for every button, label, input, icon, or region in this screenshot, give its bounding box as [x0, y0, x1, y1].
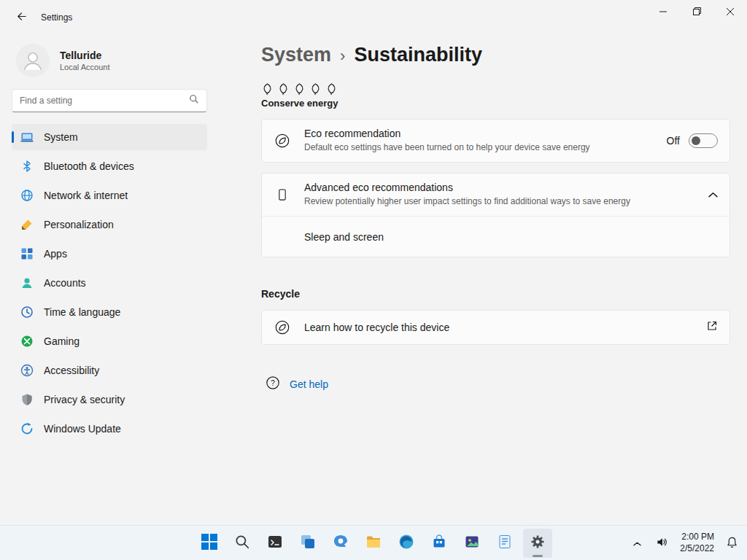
folder-icon	[365, 533, 382, 553]
privacy-icon	[20, 393, 34, 406]
account-name: Telluride	[60, 50, 110, 61]
recycle-card: Learn how to recycle this device	[261, 310, 730, 345]
notepad-button[interactable]	[490, 529, 519, 558]
sidebar-item-label: Apps	[44, 248, 67, 260]
network-icon	[20, 189, 34, 202]
file-explorer-button[interactable]	[359, 529, 388, 558]
window-title: Settings	[41, 12, 72, 23]
account-profile[interactable]: Telluride Local Account	[16, 44, 207, 77]
sidebar-item-accessibility[interactable]: Accessibility	[12, 357, 207, 384]
sidebar-item-accounts[interactable]: Accounts	[12, 270, 207, 296]
close-icon	[727, 7, 734, 18]
start-button[interactable]	[195, 529, 224, 558]
clock-time: 2:00 PM	[680, 532, 714, 543]
maximize-restore-button[interactable]	[680, 0, 713, 23]
main-content: System › Sustainability Conserve energy …	[261, 35, 730, 525]
avatar	[16, 44, 50, 77]
get-help-link[interactable]: Get help	[290, 378, 328, 390]
external-link-icon	[706, 320, 718, 335]
account-type: Local Account	[60, 63, 110, 71]
photos-button[interactable]	[457, 529, 487, 558]
document-icon	[496, 533, 514, 553]
settings-app-button[interactable]	[523, 529, 552, 558]
page-title: Sustainability	[354, 44, 482, 66]
store-button[interactable]	[425, 529, 454, 558]
leaf-icon	[309, 82, 322, 96]
sleep-and-screen-row[interactable]: Sleep and screen	[262, 216, 729, 257]
toggle-knob	[692, 136, 700, 145]
advanced-eco-card: Advanced eco recommendations Review pote…	[261, 173, 730, 257]
minimize-button[interactable]	[646, 0, 680, 23]
task-view-button[interactable]	[293, 529, 322, 558]
sidebar-item-label: Gaming	[44, 335, 80, 347]
back-arrow-icon	[16, 11, 27, 24]
eco-recommendation-description: Default eco settings have been turned on…	[304, 141, 590, 154]
gaming-icon	[20, 335, 34, 348]
recycle-link-label: Learn how to recycle this device	[304, 322, 699, 333]
sidebar-item-personalization[interactable]: Personalization	[12, 211, 207, 238]
sidebar-item-label: System	[44, 131, 78, 143]
sidebar-item-apps[interactable]: Apps	[12, 241, 207, 267]
search-box	[12, 89, 207, 112]
volume-button[interactable]	[653, 533, 671, 553]
close-button[interactable]	[713, 0, 747, 23]
settings-nav: System Bluetooth & devices Network & int…	[12, 124, 207, 442]
settings-sidebar: Telluride Local Account System Bluetooth…	[0, 35, 219, 525]
minimize-icon	[659, 7, 667, 18]
sidebar-item-windows-update[interactable]: Windows Update	[12, 416, 207, 442]
eco-recommendation-title: Eco recommendation	[304, 128, 659, 139]
window-controls	[646, 0, 747, 23]
device-screen-icon	[274, 187, 291, 203]
time-language-icon	[20, 306, 34, 319]
eco-globe-icon	[274, 133, 291, 149]
advanced-eco-description: Review potentially higher user impact se…	[304, 195, 701, 208]
taskbar-search-button[interactable]	[228, 529, 257, 558]
hidden-icons-button[interactable]	[630, 535, 644, 552]
edge-icon	[398, 533, 415, 553]
chat-button[interactable]	[326, 529, 355, 558]
system-tray: 2:00 PM 2/5/2022	[630, 526, 741, 560]
chevron-right-icon: ›	[340, 47, 345, 66]
speaker-icon	[656, 536, 668, 551]
windows-update-icon	[20, 422, 34, 435]
taskbar-terminal-button[interactable]	[260, 529, 290, 558]
eco-leaves-row	[261, 82, 730, 96]
apps-icon	[20, 247, 34, 260]
system-icon	[20, 131, 34, 144]
leaf-icon	[261, 82, 274, 96]
accounts-icon	[20, 276, 34, 289]
sidebar-item-label: Personalization	[44, 219, 114, 230]
svg-text:?: ?	[271, 379, 275, 387]
taskbar-center-icons	[195, 529, 552, 558]
sidebar-item-system[interactable]: System	[12, 124, 207, 150]
leaf-icon	[293, 82, 306, 96]
search-input[interactable]	[20, 96, 189, 106]
toggle-state-label: Off	[667, 135, 680, 147]
restore-icon	[693, 7, 701, 18]
edge-browser-button[interactable]	[392, 529, 421, 558]
sidebar-item-gaming[interactable]: Gaming	[12, 328, 207, 354]
taskbar: 2:00 PM 2/5/2022	[0, 525, 747, 560]
get-help-section: ? Get help	[266, 376, 730, 393]
help-icon: ?	[266, 376, 280, 393]
task-view-icon	[299, 533, 317, 553]
titlebar: Settings	[0, 0, 747, 35]
notifications-button[interactable]	[723, 533, 741, 553]
advanced-eco-header[interactable]: Advanced eco recommendations Review pote…	[262, 174, 729, 216]
sidebar-item-network-internet[interactable]: Network & internet	[12, 182, 207, 209]
sleep-and-screen-label: Sleep and screen	[304, 231, 384, 243]
advanced-eco-title: Advanced eco recommendations	[304, 182, 701, 193]
clock[interactable]: 2:00 PM 2/5/2022	[680, 532, 714, 554]
photos-icon	[463, 533, 481, 553]
recycle-link-row[interactable]: Learn how to recycle this device	[262, 311, 729, 344]
breadcrumb-system[interactable]: System	[261, 44, 331, 66]
eco-recommendation-card: Eco recommendation Default eco settings …	[261, 119, 730, 163]
sidebar-item-bluetooth-devices[interactable]: Bluetooth & devices	[12, 153, 207, 179]
gear-icon	[529, 533, 546, 553]
search-icon	[234, 534, 250, 552]
sidebar-item-time-language[interactable]: Time & language	[12, 299, 207, 325]
sidebar-item-privacy-security[interactable]: Privacy & security	[12, 386, 207, 413]
eco-recommendation-toggle[interactable]	[689, 133, 718, 148]
back-button[interactable]	[7, 6, 35, 29]
sidebar-item-label: Bluetooth & devices	[44, 160, 134, 172]
